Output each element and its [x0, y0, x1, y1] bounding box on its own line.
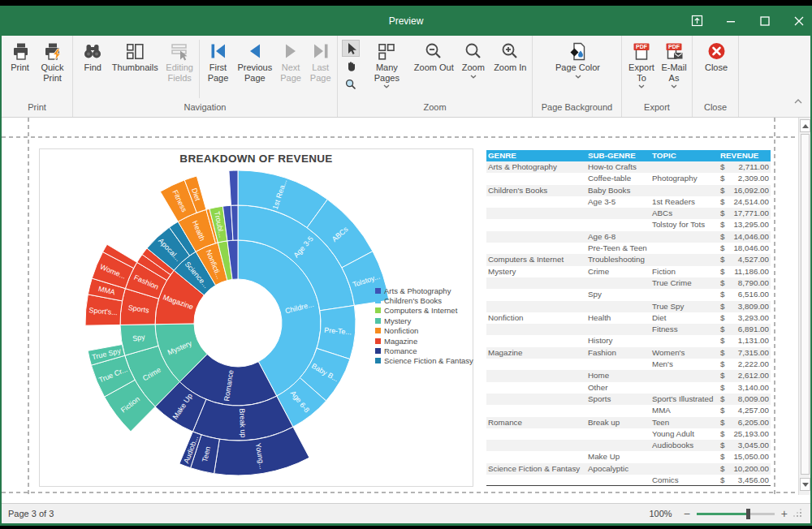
legend-item: Science Fiction & Fantasy: [375, 356, 473, 366]
table-cell: [650, 382, 719, 394]
table-cell: [486, 173, 586, 184]
maximize-button[interactable]: [758, 15, 771, 28]
close-window-button[interactable]: [793, 15, 806, 28]
table-cell: [586, 208, 650, 219]
magnifier-tool-button[interactable]: [342, 75, 360, 92]
zoom-slider-thumb[interactable]: [746, 509, 750, 519]
next-page-button[interactable]: Next Page: [276, 38, 306, 83]
arrow-down-icon: [802, 483, 809, 487]
close-icon: [706, 41, 727, 62]
email-as-label: E-Mail As: [658, 62, 690, 83]
export-to-label: Export To: [625, 62, 658, 83]
table-cell: [486, 196, 586, 208]
table-row: Computers & InternetTroubleshooting$4,52…: [486, 254, 771, 265]
table-cell: Crime: [586, 266, 650, 277]
table-cell: Other: [586, 382, 650, 394]
legend-label: Computers & Internet: [384, 306, 457, 315]
legend-label: Romance: [384, 346, 417, 355]
chevron-down-icon: [575, 75, 581, 79]
first-page-button[interactable]: First Page: [202, 38, 234, 83]
export-to-button[interactable]: PDF Export To: [625, 38, 658, 89]
group-label-print: Print: [2, 100, 72, 116]
zoom-icon: [463, 41, 484, 62]
table-cell: Computers & Internet: [486, 254, 586, 265]
legend-swatch: [375, 288, 381, 294]
zoom-plus-button[interactable]: +: [781, 505, 788, 523]
sunburst-label: Break up: [238, 408, 248, 437]
quick-print-label: Quick Print: [35, 62, 70, 83]
table-cell: Diet: [650, 312, 719, 324]
zoom-minus-button[interactable]: −: [684, 505, 690, 523]
table-row: MysteryCrimeFiction$11,186.00: [486, 266, 771, 277]
table-cell: Spy: [586, 289, 650, 300]
scroll-down-button[interactable]: [800, 478, 810, 491]
print-button[interactable]: Print: [5, 38, 35, 73]
table-cell: [486, 243, 586, 254]
table-cell: [486, 231, 586, 243]
zoom-slider[interactable]: [697, 513, 775, 515]
find-button[interactable]: Find: [76, 38, 109, 73]
last-page-button[interactable]: Last Page: [305, 38, 335, 83]
pointer-tool-button[interactable]: [342, 40, 360, 57]
pdf-email-icon: PDF: [664, 41, 685, 62]
status-bar: Page 3 of 3 100% − +: [2, 503, 810, 523]
table-cell: [650, 289, 719, 300]
table-cell: Women's: [650, 347, 719, 359]
vertical-scrollbar[interactable]: [798, 118, 810, 495]
page-color-button[interactable]: Page Color: [550, 38, 607, 80]
table-cell-revenue: $10,200.00: [719, 463, 771, 475]
chart-legend: Arts & PhotographyChildren's BooksComput…: [375, 286, 473, 366]
arrow-up-icon: [802, 124, 809, 128]
table-row: Science Fiction & FantasyApocalyptic$10,…: [486, 463, 771, 475]
table-row: Pre-Teen & Teen$18,046.00: [486, 243, 771, 254]
legend-swatch: [375, 328, 381, 333]
close-preview-button[interactable]: Close: [698, 38, 734, 73]
resize-grip[interactable]: [794, 508, 802, 519]
table-cell: [650, 254, 719, 265]
table-cell: Mystery: [486, 266, 586, 277]
zoom-tool-stack: [342, 40, 360, 92]
table-cell-revenue: $2,711.00: [719, 161, 771, 173]
vertical-scroll-thumb[interactable]: [801, 134, 810, 475]
zoom-button[interactable]: Zoom: [456, 38, 490, 80]
email-as-button[interactable]: PDF E-Mail As: [658, 38, 690, 89]
legend-item: Magazine: [375, 336, 473, 346]
table-cell-revenue: $3,045.00: [719, 440, 771, 451]
table-cell: [486, 451, 586, 462]
table-cell: [650, 243, 719, 254]
editing-fields-label: Editing Fields: [161, 62, 198, 83]
table-cell: [486, 208, 586, 219]
quick-print-button[interactable]: Quick Print: [35, 38, 70, 83]
table-cell: Comics: [650, 475, 719, 485]
chart-container: BREAKDOWN OF REVENUE 1st Rea...ABCsTolst…: [39, 148, 473, 487]
table-row: Other$3,140.00: [486, 382, 771, 394]
hand-tool-button[interactable]: [342, 58, 360, 75]
table-cell: [650, 335, 719, 346]
previous-page-button[interactable]: Previous Page: [234, 38, 276, 83]
table-cell: Romance: [486, 417, 586, 428]
table-cell: Fitness: [650, 324, 719, 335]
minimize-button[interactable]: [724, 15, 737, 28]
thumbnails-label: Thumbnails: [112, 62, 158, 73]
table-cell: Apocalyptic: [586, 463, 650, 475]
table-cell-revenue: $15,050.00: [719, 451, 771, 462]
legend-item: Arts & Photography: [375, 286, 473, 295]
column-header-subgenre: SUB-GENRE: [586, 150, 650, 161]
float-window-icon[interactable]: [690, 15, 703, 28]
editing-fields-button[interactable]: Editing Fields: [161, 38, 198, 83]
table-cell-revenue: $1,131.00: [719, 335, 771, 346]
zoom-out-button[interactable]: Zoom Out: [412, 38, 456, 73]
thumbnails-button[interactable]: Thumbnails: [109, 38, 161, 73]
ribbon-collapse-icon[interactable]: [794, 99, 802, 104]
scroll-up-button[interactable]: [800, 119, 810, 132]
ribbon-group-navigation: Find Thumbnails Editing Fields First Pag…: [73, 36, 338, 117]
table-row: Make Up$15,050.00: [486, 451, 771, 462]
zoom-in-button[interactable]: Zoom In: [490, 38, 530, 73]
table-cell-revenue: $13,295.00: [719, 219, 771, 230]
table-cell-revenue: $16,092.00: [719, 185, 771, 196]
chevron-down-icon: [638, 84, 645, 88]
many-pages-button[interactable]: Many Pages: [362, 38, 412, 89]
table-row: SportsSport's Illustrated$8,009.00: [486, 394, 771, 405]
ribbon-group-zoom: Many Pages Zoom Out Zoom Zoom In Zoom: [338, 36, 533, 117]
group-label-export: Export: [622, 100, 692, 116]
